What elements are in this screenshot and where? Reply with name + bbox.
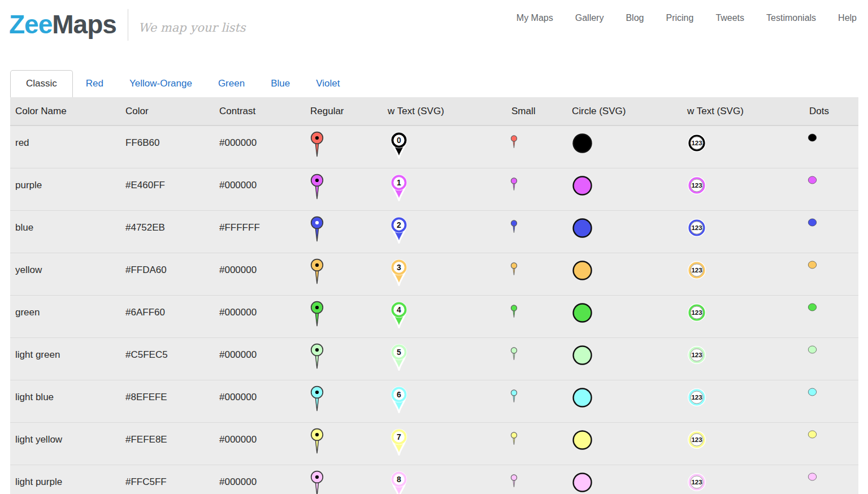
regular-pin-icon (309, 216, 326, 242)
numbered-circle-icon: 123 (687, 430, 706, 449)
dot-marker-icon (808, 303, 817, 311)
w-text-circle-cell: 123 (682, 422, 804, 465)
dot-marker-icon (808, 345, 817, 354)
w-text-circle-cell: 123 (682, 380, 804, 422)
svg-text:4: 4 (397, 305, 401, 314)
tab-violet[interactable]: Violet (303, 71, 353, 97)
svg-text:2: 2 (397, 220, 401, 229)
col-header-w-text-svg-2: w Text (SVG) (682, 97, 804, 125)
tab-classic[interactable]: Classic (10, 70, 73, 97)
col-header-regular: Regular (305, 97, 383, 125)
brand: ZeeMaps We map your lists (9, 8, 246, 41)
svg-text:123: 123 (691, 479, 702, 486)
svg-text:5: 5 (397, 348, 401, 357)
numbered-circle-icon: 123 (687, 473, 706, 492)
svg-text:6: 6 (397, 390, 401, 399)
w-text-circle-cell: 123 (682, 295, 804, 337)
numbered-circle-icon: 123 (687, 345, 706, 365)
circle-marker-icon (572, 260, 593, 281)
dot-marker-cell (804, 168, 858, 210)
circle-marker-icon (572, 218, 593, 239)
tab-red[interactable]: Red (73, 71, 116, 97)
color-hex-cell: #FEFE8E (120, 422, 214, 465)
regular-marker-cell (305, 295, 383, 337)
tagline: We map your lists (138, 21, 246, 34)
w-text-pin-cell: 6 (383, 380, 506, 422)
regular-marker-cell (305, 337, 383, 380)
regular-marker-cell (305, 125, 383, 168)
dot-marker-icon (808, 261, 817, 269)
regular-pin-icon (309, 385, 326, 412)
small-marker-cell (506, 295, 567, 337)
marker-color-table: Color Name Color Contrast Regular w Text… (10, 97, 858, 494)
numbered-circle-icon: 123 (687, 218, 706, 237)
regular-pin-icon (309, 258, 326, 285)
svg-text:123: 123 (691, 224, 702, 231)
dot-marker-icon (808, 430, 817, 439)
color-name-cell: light blue (10, 380, 120, 422)
color-hex-cell: FF6B60 (120, 125, 214, 168)
contrast-hex-cell: #000000 (214, 380, 305, 422)
regular-marker-cell (305, 168, 383, 210)
table-row: blue #4752EB #FFFFFF 2 123 (10, 210, 858, 253)
numbered-circle-icon: 123 (687, 388, 706, 407)
col-header-w-text-svg-1: w Text (SVG) (383, 97, 506, 125)
small-pin-icon (510, 220, 518, 234)
small-marker-cell (506, 125, 567, 168)
w-text-pin-cell: 5 (383, 337, 506, 380)
nav-item-gallery[interactable]: Gallery (575, 13, 604, 23)
w-text-circle-cell: 123 (682, 253, 804, 295)
contrast-hex-cell: #FFFFFF (214, 210, 305, 253)
regular-marker-cell (305, 210, 383, 253)
tab-yellow-orange[interactable]: Yellow-Orange (116, 71, 205, 97)
regular-pin-icon (309, 301, 326, 327)
circle-marker-cell (567, 295, 682, 337)
table-header-row: Color Name Color Contrast Regular w Text… (10, 97, 858, 125)
col-header-circle-svg: Circle (SVG) (567, 97, 682, 125)
logo-maps: Maps (52, 10, 116, 39)
regular-pin-icon (309, 428, 326, 454)
tab-blue[interactable]: Blue (258, 71, 303, 97)
table-row: red FF6B60 #000000 0 123 (10, 125, 858, 168)
svg-text:7: 7 (397, 432, 401, 441)
circle-marker-icon (572, 387, 593, 408)
w-text-pin-cell: 7 (383, 422, 506, 465)
contrast-hex-cell: #000000 (214, 125, 305, 168)
circle-marker-cell (567, 210, 682, 253)
numbered-pin-icon: 3 (388, 259, 410, 288)
col-header-contrast: Contrast (214, 97, 305, 125)
tab-green[interactable]: Green (205, 71, 258, 97)
nav-item-blog[interactable]: Blog (626, 13, 644, 23)
numbered-pin-icon: 8 (388, 471, 410, 494)
numbered-circle-icon: 123 (687, 133, 706, 153)
svg-text:123: 123 (691, 140, 702, 146)
regular-pin-icon (309, 470, 326, 494)
regular-pin-icon (309, 131, 326, 158)
nav-item-help[interactable]: Help (838, 13, 857, 23)
color-hex-cell: #FFDA60 (120, 253, 214, 295)
table-row: purple #E460FF #000000 1 123 (10, 168, 858, 210)
table-row: yellow #FFDA60 #000000 3 123 (10, 253, 858, 295)
color-name-cell: red (10, 125, 120, 168)
nav-item-my-maps[interactable]: My Maps (517, 13, 553, 23)
nav-item-tweets[interactable]: Tweets (715, 13, 744, 23)
table-row: light yellow #FEFE8E #000000 7 123 (10, 422, 858, 465)
col-header-dots: Dots (804, 97, 858, 125)
circle-marker-icon (572, 345, 593, 366)
nav-item-pricing[interactable]: Pricing (666, 13, 693, 23)
col-header-small: Small (506, 97, 567, 125)
contrast-hex-cell: #000000 (214, 422, 305, 465)
color-name-cell: green (10, 295, 120, 337)
table-row: light blue #8EFEFE #000000 6 123 (10, 380, 858, 422)
dot-marker-icon (808, 473, 817, 481)
svg-text:0: 0 (397, 136, 401, 145)
small-pin-icon (510, 177, 518, 192)
zeemaps-logo[interactable]: ZeeMaps (9, 8, 116, 41)
w-text-circle-cell: 123 (682, 168, 804, 210)
svg-text:123: 123 (691, 182, 702, 189)
numbered-pin-icon: 4 (388, 301, 410, 331)
circle-marker-cell (567, 422, 682, 465)
w-text-circle-cell: 123 (682, 125, 804, 168)
small-pin-icon (510, 262, 518, 276)
nav-item-testimonials[interactable]: Testimonials (766, 13, 816, 23)
